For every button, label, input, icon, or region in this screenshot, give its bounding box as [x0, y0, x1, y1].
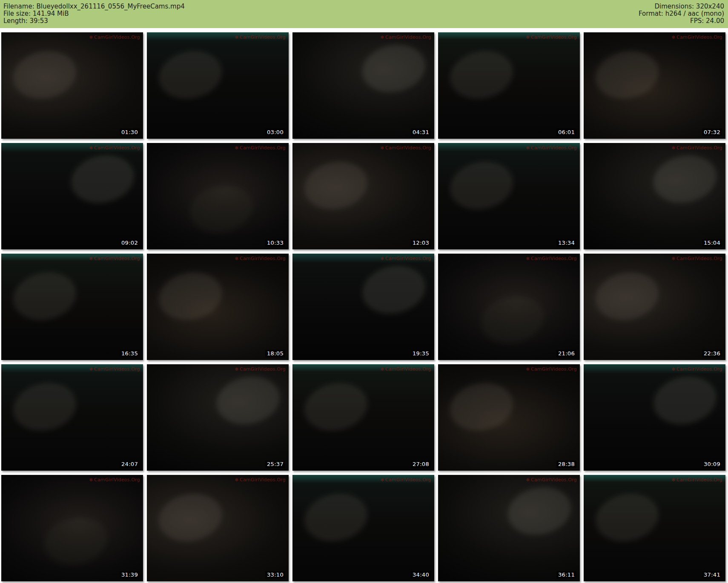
watermark-text: CamGirlVideos.Org — [240, 34, 286, 40]
video-thumbnail[interactable]: ✻CamGirlVideos.Org04:31 — [292, 32, 434, 139]
watermark-icon: ✻ — [672, 367, 676, 372]
thumbnail-image — [292, 32, 434, 139]
video-thumbnail[interactable]: ✻CamGirlVideos.Org09:02 — [1, 143, 143, 249]
video-thumbnail[interactable]: ✻CamGirlVideos.Org30:09 — [584, 364, 725, 471]
watermark-icon: ✻ — [89, 35, 93, 40]
video-thumbnail[interactable]: ✻CamGirlVideos.Org27:08 — [292, 364, 434, 471]
video-thumbnail[interactable]: ✻CamGirlVideos.Org07:32 — [584, 32, 725, 139]
timestamp-badge: 25:37 — [265, 460, 285, 468]
timestamp-badge: 27:08 — [411, 460, 431, 468]
timestamp-badge: 37:41 — [702, 571, 722, 579]
timestamp-badge: 28:38 — [556, 460, 576, 468]
site-watermark: ✻CamGirlVideos.Org — [526, 146, 577, 151]
watermark-icon: ✻ — [672, 146, 676, 150]
timestamp-badge: 13:34 — [556, 239, 576, 247]
video-thumbnail[interactable]: ✻CamGirlVideos.Org16:35 — [1, 254, 143, 360]
watermark-text: CamGirlVideos.Org — [240, 366, 286, 372]
video-thumbnail[interactable]: ✻CamGirlVideos.Org22:36 — [584, 254, 725, 360]
watermark-icon: ✻ — [89, 477, 93, 482]
thumbnail-image — [584, 364, 725, 471]
watermark-text: CamGirlVideos.Org — [531, 145, 577, 151]
timestamp-badge: 33:10 — [265, 571, 285, 579]
thumbnail-image — [438, 32, 580, 139]
watermark-icon: ✻ — [526, 477, 530, 482]
timestamp-badge: 06:01 — [556, 129, 576, 136]
video-thumbnail[interactable]: ✻CamGirlVideos.Org01:30 — [1, 32, 143, 139]
watermark-icon: ✻ — [381, 367, 384, 372]
video-thumbnail[interactable]: ✻CamGirlVideos.Org21:06 — [438, 254, 580, 360]
thumbnail-image — [438, 254, 580, 360]
video-thumbnail[interactable]: ✻CamGirlVideos.Org33:10 — [147, 475, 289, 581]
length-value: 39:53 — [30, 17, 48, 25]
filesize-value: 141.94 MiB — [33, 10, 69, 17]
site-watermark: ✻CamGirlVideos.Org — [89, 146, 140, 151]
video-thumbnail[interactable]: ✻CamGirlVideos.Org24:07 — [1, 364, 143, 471]
video-thumbnail[interactable]: ✻CamGirlVideos.Org12:03 — [292, 143, 434, 249]
video-thumbnail[interactable]: ✻CamGirlVideos.Org03:00 — [147, 32, 289, 139]
watermark-icon: ✻ — [672, 35, 676, 40]
watermark-icon: ✻ — [235, 367, 239, 372]
dimensions-value: 320x240 — [696, 3, 724, 10]
timestamp-badge: 31:39 — [120, 571, 140, 579]
site-watermark: ✻CamGirlVideos.Org — [526, 477, 577, 483]
watermark-icon: ✻ — [235, 477, 239, 482]
length-line: Length: 39:53 — [3, 17, 185, 25]
video-thumbnail[interactable]: ✻CamGirlVideos.Org18:05 — [147, 254, 289, 360]
watermark-icon: ✻ — [381, 477, 384, 482]
fps-label: FPS: — [690, 17, 704, 25]
thumbnail-image — [584, 32, 725, 139]
site-watermark: ✻CamGirlVideos.Org — [672, 146, 722, 151]
watermark-text: CamGirlVideos.Org — [676, 145, 722, 151]
header-left-column: Filename: Blueyedollxx_261116_0556_MyFre… — [3, 3, 185, 25]
site-watermark: ✻CamGirlVideos.Org — [526, 35, 577, 40]
watermark-icon: ✻ — [526, 256, 530, 261]
thumbnail-image — [292, 364, 434, 471]
watermark-icon: ✻ — [526, 146, 530, 150]
filename-label: Filename: — [3, 3, 34, 10]
thumbnail-image — [584, 143, 725, 249]
site-watermark: ✻CamGirlVideos.Org — [235, 256, 286, 261]
thumbnail-image — [1, 364, 143, 471]
format-label: Format: — [639, 10, 663, 17]
video-thumbnail[interactable]: ✻CamGirlVideos.Org10:33 — [147, 143, 289, 249]
length-label: Length: — [3, 17, 28, 25]
video-thumbnail[interactable]: ✻CamGirlVideos.Org19:35 — [292, 254, 434, 360]
timestamp-badge: 21:06 — [556, 350, 576, 357]
video-thumbnail[interactable]: ✻CamGirlVideos.Org34:40 — [292, 475, 434, 581]
timestamp-badge: 24:07 — [120, 460, 140, 468]
site-watermark: ✻CamGirlVideos.Org — [89, 367, 140, 372]
video-thumbnail[interactable]: ✻CamGirlVideos.Org25:37 — [147, 364, 289, 471]
timestamp-badge: 36:11 — [556, 571, 576, 579]
site-watermark: ✻CamGirlVideos.Org — [89, 256, 140, 261]
video-thumbnail[interactable]: ✻CamGirlVideos.Org15:04 — [584, 143, 725, 249]
watermark-icon: ✻ — [89, 146, 93, 150]
site-watermark: ✻CamGirlVideos.Org — [235, 367, 286, 372]
watermark-icon: ✻ — [235, 146, 239, 150]
timestamp-badge: 10:33 — [265, 239, 285, 247]
watermark-icon: ✻ — [235, 256, 239, 261]
thumbnail-image — [1, 475, 143, 581]
site-watermark: ✻CamGirlVideos.Org — [381, 477, 431, 483]
thumbnail-image — [292, 254, 434, 360]
video-thumbnail[interactable]: ✻CamGirlVideos.Org37:41 — [584, 475, 725, 581]
thumbnail-image — [438, 475, 580, 581]
watermark-icon: ✻ — [235, 35, 239, 40]
video-thumbnail[interactable]: ✻CamGirlVideos.Org13:34 — [438, 143, 580, 249]
timestamp-badge: 03:00 — [265, 129, 285, 136]
video-thumbnail[interactable]: ✻CamGirlVideos.Org28:38 — [438, 364, 580, 471]
timestamp-badge: 34:40 — [411, 571, 431, 579]
metadata-header: Filename: Blueyedollxx_261116_0556_MyFre… — [0, 0, 728, 28]
thumbnail-image — [292, 143, 434, 249]
watermark-icon: ✻ — [381, 146, 384, 150]
format-value: h264 / aac (mono) — [665, 10, 724, 17]
timestamp-badge: 22:36 — [702, 350, 722, 357]
video-thumbnail[interactable]: ✻CamGirlVideos.Org06:01 — [438, 32, 580, 139]
video-thumbnail[interactable]: ✻CamGirlVideos.Org31:39 — [1, 475, 143, 581]
video-thumbnail[interactable]: ✻CamGirlVideos.Org36:11 — [438, 475, 580, 581]
site-watermark: ✻CamGirlVideos.Org — [381, 35, 431, 40]
watermark-text: CamGirlVideos.Org — [94, 477, 140, 483]
header-right-column: Dimensions: 320x240 Format: h264 / aac (… — [639, 3, 724, 25]
watermark-text: CamGirlVideos.Org — [676, 34, 722, 40]
site-watermark: ✻CamGirlVideos.Org — [526, 367, 577, 372]
watermark-text: CamGirlVideos.Org — [531, 34, 577, 40]
